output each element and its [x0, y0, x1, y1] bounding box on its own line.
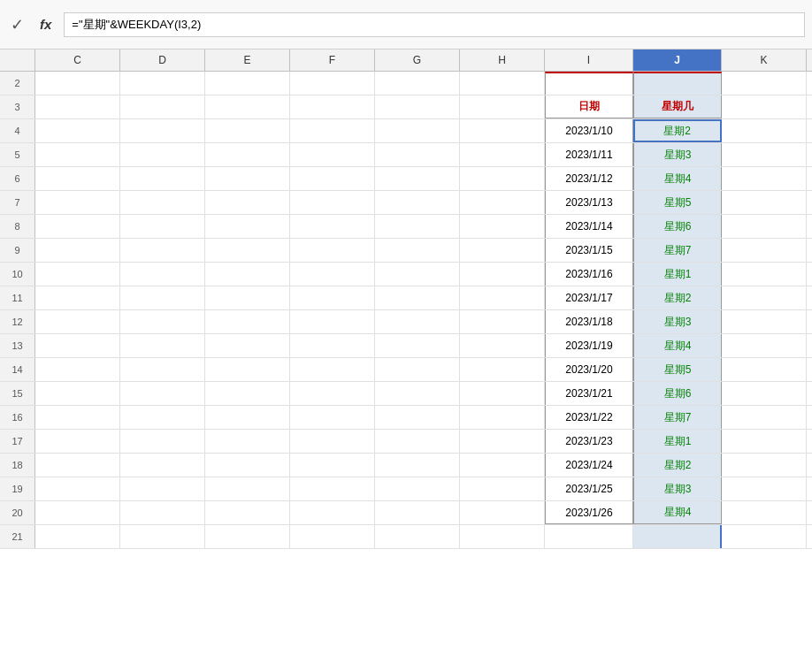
col-header-K[interactable]: K	[722, 50, 807, 71]
cell-J21[interactable]	[633, 525, 722, 548]
cell-J10[interactable]: 星期1	[633, 263, 722, 286]
cell-F12[interactable]	[290, 310, 375, 333]
cell-D3[interactable]	[120, 95, 205, 118]
cell-E6[interactable]	[205, 167, 290, 190]
cell-I5[interactable]: 2023/1/11	[545, 143, 633, 166]
formula-check-icon[interactable]: ✓	[7, 15, 27, 34]
cell-G2[interactable]	[375, 72, 460, 95]
cell-E7[interactable]	[205, 191, 290, 214]
cell-G18[interactable]	[375, 454, 460, 477]
cell-F2[interactable]	[290, 72, 375, 95]
cell-C11[interactable]	[35, 286, 120, 309]
cell-I12[interactable]: 2023/1/18	[545, 310, 633, 333]
cell-C19[interactable]	[35, 477, 120, 500]
cell-G5[interactable]	[375, 143, 460, 166]
cell-D10[interactable]	[120, 263, 205, 286]
cell-E19[interactable]	[205, 477, 290, 500]
cell-D13[interactable]	[120, 334, 205, 357]
cell-K20[interactable]	[722, 501, 807, 524]
cell-C17[interactable]	[35, 430, 120, 453]
cell-G4[interactable]	[375, 119, 460, 142]
cell-H19[interactable]	[460, 477, 545, 500]
cell-C5[interactable]	[35, 143, 120, 166]
cell-I10[interactable]: 2023/1/16	[545, 263, 633, 286]
formula-input[interactable]	[64, 12, 805, 37]
cell-E10[interactable]	[205, 263, 290, 286]
cell-D14[interactable]	[120, 358, 205, 381]
cell-J13[interactable]: 星期4	[633, 334, 722, 357]
cell-F19[interactable]	[290, 477, 375, 500]
cell-I4[interactable]: 2023/1/10	[545, 119, 633, 142]
cell-E13[interactable]	[205, 334, 290, 357]
col-header-J[interactable]: J	[633, 50, 722, 71]
cell-C3[interactable]	[35, 95, 120, 118]
cell-D19[interactable]	[120, 477, 205, 500]
cell-J8[interactable]: 星期6	[633, 215, 722, 238]
cell-K17[interactable]	[722, 430, 807, 453]
cell-E16[interactable]	[205, 406, 290, 429]
cell-I7[interactable]: 2023/1/13	[545, 191, 633, 214]
cell-C9[interactable]	[35, 239, 120, 262]
cell-D16[interactable]	[120, 406, 205, 429]
cell-C10[interactable]	[35, 263, 120, 286]
cell-H14[interactable]	[460, 358, 545, 381]
cell-E4[interactable]	[205, 119, 290, 142]
cell-C8[interactable]	[35, 215, 120, 238]
cell-H7[interactable]	[460, 191, 545, 214]
cell-K4[interactable]	[722, 119, 807, 142]
cell-F6[interactable]	[290, 167, 375, 190]
cell-E12[interactable]	[205, 310, 290, 333]
cell-E20[interactable]	[205, 501, 290, 524]
cell-I2[interactable]	[545, 72, 633, 95]
cell-D8[interactable]	[120, 215, 205, 238]
cell-H2[interactable]	[460, 72, 545, 95]
cell-D21[interactable]	[120, 525, 205, 548]
cell-J16[interactable]: 星期7	[633, 406, 722, 429]
cell-C2[interactable]	[35, 72, 120, 95]
cell-K5[interactable]	[722, 143, 807, 166]
cell-D7[interactable]	[120, 191, 205, 214]
cell-H18[interactable]	[460, 454, 545, 477]
cell-J2[interactable]	[633, 72, 722, 95]
cell-I16[interactable]: 2023/1/22	[545, 406, 633, 429]
cell-G17[interactable]	[375, 430, 460, 453]
cell-C6[interactable]	[35, 167, 120, 190]
cell-D12[interactable]	[120, 310, 205, 333]
cell-F14[interactable]	[290, 358, 375, 381]
cell-F3[interactable]	[290, 95, 375, 118]
cell-I13[interactable]: 2023/1/19	[545, 334, 633, 357]
cell-J20[interactable]: 星期4	[633, 501, 722, 524]
col-header-I[interactable]: I	[545, 50, 633, 71]
cell-K14[interactable]	[722, 358, 807, 381]
cell-G6[interactable]	[375, 167, 460, 190]
cell-F9[interactable]	[290, 239, 375, 262]
cell-G15[interactable]	[375, 382, 460, 405]
cell-K19[interactable]	[722, 477, 807, 500]
col-header-H[interactable]: H	[460, 50, 545, 71]
cell-I18[interactable]: 2023/1/24	[545, 454, 633, 477]
cell-D9[interactable]	[120, 239, 205, 262]
cell-C18[interactable]	[35, 454, 120, 477]
col-header-D[interactable]: D	[120, 50, 205, 71]
cell-G13[interactable]	[375, 334, 460, 357]
cell-H3[interactable]	[460, 95, 545, 118]
cell-K2[interactable]	[722, 72, 807, 95]
cell-J5[interactable]: 星期3	[633, 143, 722, 166]
cell-J7[interactable]: 星期5	[633, 191, 722, 214]
cell-H4[interactable]	[460, 119, 545, 142]
cell-J19[interactable]: 星期3	[633, 477, 722, 500]
cell-G3[interactable]	[375, 95, 460, 118]
cell-C15[interactable]	[35, 382, 120, 405]
cell-C13[interactable]	[35, 334, 120, 357]
cell-K11[interactable]	[722, 286, 807, 309]
cell-H11[interactable]	[460, 286, 545, 309]
cell-G7[interactable]	[375, 191, 460, 214]
cell-G8[interactable]	[375, 215, 460, 238]
cell-K10[interactable]	[722, 263, 807, 286]
cell-E9[interactable]	[205, 239, 290, 262]
cell-J15[interactable]: 星期6	[633, 382, 722, 405]
cell-J9[interactable]: 星期7	[633, 239, 722, 262]
cell-D20[interactable]	[120, 501, 205, 524]
cell-H8[interactable]	[460, 215, 545, 238]
cell-F15[interactable]	[290, 382, 375, 405]
